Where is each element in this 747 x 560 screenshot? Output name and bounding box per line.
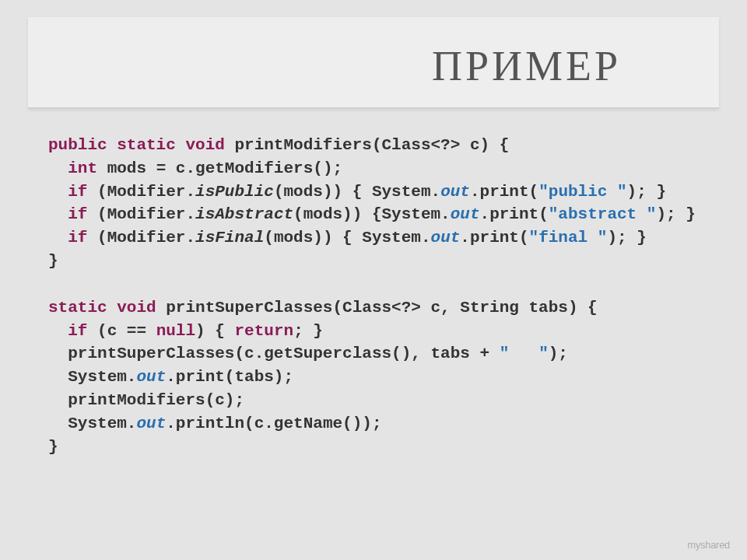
code-token: out: [440, 183, 470, 201]
code-block: public static void printModifiers(Class<…: [48, 134, 716, 458]
code-token: if: [68, 322, 87, 340]
code-token: printSuperClasses(c.getSuperclass(), tab…: [68, 345, 500, 362]
code-token: printSuperClasses(Class<?> c, String tab…: [166, 299, 598, 317]
code-token: isAbstract: [195, 205, 293, 223]
code-token: if: [68, 183, 87, 201]
code-line: if (Modifier.isPublic(mods)) { System.ou…: [48, 180, 716, 204]
code-token: .print(: [470, 183, 538, 201]
code-token: (Modifier.: [87, 229, 195, 247]
code-token: public static void: [48, 136, 225, 154]
code-token: " ": [500, 345, 549, 362]
code-line: int mods = c.getModifiers();: [48, 157, 716, 180]
code-token: mods = c.getModifiers();: [97, 159, 342, 177]
code-line: System.out.print(tabs);: [48, 366, 716, 389]
code-line: [48, 273, 716, 296]
code-token: .print(: [460, 229, 528, 247]
code-line: }: [48, 436, 716, 459]
code-token: .print(: [480, 205, 549, 223]
code-line: printSuperClasses(c.getSuperclass(), tab…: [48, 342, 716, 366]
code-token: null: [156, 322, 195, 340]
code-token: int: [68, 159, 97, 177]
code-token: .print(tabs);: [166, 368, 293, 386]
code-line: System.out.println(c.getName());: [48, 412, 716, 436]
code-token: out: [136, 368, 166, 386]
code-token: }: [48, 438, 58, 456]
code-token: if: [68, 205, 87, 223]
code-token: }: [48, 252, 58, 270]
code-token: (c ==: [87, 322, 156, 340]
code-line: if (Modifier.isAbstract(mods)) {System.o…: [48, 203, 716, 226]
code-line: }: [48, 250, 716, 273]
code-token: out: [431, 229, 461, 247]
code-token: (Modifier.: [87, 205, 195, 223]
code-token: static void: [48, 299, 156, 317]
code-token: ) {: [195, 322, 234, 340]
code-line: printModifiers(c);: [48, 389, 716, 412]
code-line: if (Modifier.isFinal(mods)) { System.out…: [48, 226, 716, 250]
code-token: ); }: [627, 183, 666, 201]
code-token: "final ": [529, 229, 608, 247]
code-token: );: [549, 345, 568, 362]
code-token: out: [451, 205, 480, 223]
code-token: "abstract ": [549, 205, 657, 223]
code-token: out: [136, 415, 166, 432]
code-token: return: [235, 322, 294, 340]
code-token: ); }: [656, 205, 695, 223]
code-token: ); }: [607, 229, 646, 247]
code-token: "public ": [538, 183, 626, 201]
code-line: public static void printModifiers(Class<…: [48, 134, 716, 157]
code-token: isFinal: [195, 229, 264, 247]
slide: ПРИМЕР public static void printModifiers…: [0, 0, 747, 560]
code-token: (mods)) {System.: [293, 205, 451, 223]
code-line: if (c == null) { return; }: [48, 320, 716, 343]
slide-title: ПРИМЕР: [432, 42, 621, 90]
code-token: if: [68, 229, 87, 247]
code-token: printModifiers(c);: [68, 391, 244, 409]
code-token: printModifiers(Class<?> c) {: [234, 136, 509, 154]
watermark-text: myshared: [687, 539, 730, 551]
code-token: (mods)) { System.: [264, 229, 430, 247]
code-token: System.: [68, 415, 136, 432]
code-line: static void printSuperClasses(Class<?> c…: [48, 296, 716, 320]
code-token: isPublic: [195, 183, 274, 201]
code-token: [48, 275, 58, 293]
code-token: [225, 136, 235, 154]
code-token: (Modifier.: [87, 183, 195, 201]
code-token: [156, 299, 167, 317]
code-token: System.: [68, 368, 136, 386]
code-token: ; }: [293, 322, 323, 340]
code-token: (mods)) { System.: [274, 183, 440, 201]
code-token: .println(c.getName());: [166, 415, 381, 432]
